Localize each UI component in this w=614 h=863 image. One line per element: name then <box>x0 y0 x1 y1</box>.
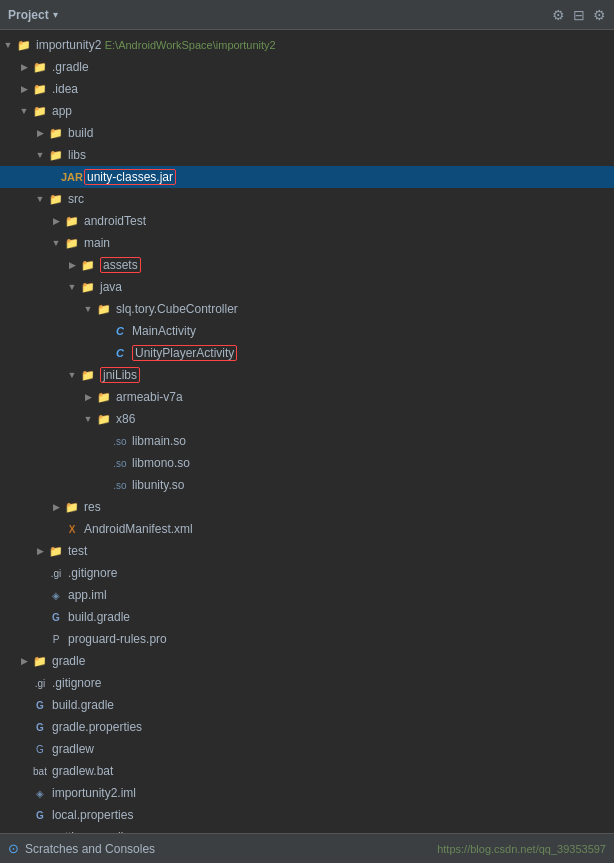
tree-item-libmono-so[interactable]: .solibmono.so <box>0 452 614 474</box>
gear-icon[interactable]: ⚙ <box>593 7 606 23</box>
tree-item-idea-dir[interactable]: 📁.idea <box>0 78 614 100</box>
label-importunity2-iml: importunity2.iml <box>52 786 136 800</box>
arrow-jnilibs-dir <box>64 370 80 380</box>
tree-item-unity-jar[interactable]: JARunity-classes.jar <box>0 166 614 188</box>
tree-item-androidmanifest[interactable]: XAndroidManifest.xml <box>0 518 614 540</box>
collapse-icon[interactable]: ⊟ <box>573 7 585 23</box>
label-build-dir: build <box>68 126 93 140</box>
icon-gradlew: G <box>32 741 48 757</box>
scratches-icon: ⊙ <box>8 841 19 856</box>
label-build-gradle-root: build.gradle <box>52 698 114 712</box>
icon-java-dir: 📁 <box>80 279 96 295</box>
icon-gradle-dir: 📁 <box>32 59 48 75</box>
tree-item-build-gradle-root[interactable]: Gbuild.gradle <box>0 694 614 716</box>
tree-item-proguard[interactable]: Pproguard-rules.pro <box>0 628 614 650</box>
tree-item-root[interactable]: 📁importunity2 E:\AndroidWorkSpace\import… <box>0 34 614 56</box>
toolbar: Project ▾ ⚙ ⊟ ⚙ <box>0 0 614 30</box>
icon-build-gradle-root: G <box>32 697 48 713</box>
label-armeabi-dir: armeabi-v7a <box>116 390 183 404</box>
tree-item-main-activity[interactable]: CMainActivity <box>0 320 614 342</box>
icon-libs-dir: 📁 <box>48 147 64 163</box>
label-proguard: proguard-rules.pro <box>68 632 167 646</box>
tree-item-unity-activity[interactable]: CUnityPlayerActivity <box>0 342 614 364</box>
label-gitignore-app: .gitignore <box>68 566 117 580</box>
tree-item-libmain-so[interactable]: .solibmain.so <box>0 430 614 452</box>
tree-item-settings-gradle[interactable]: Gsettings.gradle <box>0 826 614 833</box>
tree-item-assets-dir[interactable]: 📁assets <box>0 254 614 276</box>
tree-item-build-dir[interactable]: 📁build <box>0 122 614 144</box>
icon-src-dir: 📁 <box>48 191 64 207</box>
arrow-armeabi-dir <box>80 392 96 402</box>
icon-app-iml: ◈ <box>48 587 64 603</box>
arrow-test-dir <box>32 546 48 556</box>
settings-icon[interactable]: ⚙ <box>552 7 565 23</box>
label-main-activity: MainActivity <box>132 324 196 338</box>
toolbar-chevron[interactable]: ▾ <box>53 9 58 20</box>
arrow-slq-dir <box>80 304 96 314</box>
tree-item-gradle-properties[interactable]: Ggradle.properties <box>0 716 614 738</box>
tree-item-gitignore-app[interactable]: .gi.gitignore <box>0 562 614 584</box>
tree-item-build-gradle-app[interactable]: Gbuild.gradle <box>0 606 614 628</box>
label-root: importunity2 E:\AndroidWorkSpace\importu… <box>36 38 276 52</box>
tree-item-gradlew[interactable]: Ggradlew <box>0 738 614 760</box>
label-assets-dir: assets <box>100 257 141 273</box>
tree-item-gradlew-bat[interactable]: batgradlew.bat <box>0 760 614 782</box>
tree-item-res-dir[interactable]: 📁res <box>0 496 614 518</box>
icon-gitignore-app: .gi <box>48 565 64 581</box>
tree-item-app-iml[interactable]: ◈app.iml <box>0 584 614 606</box>
tree-item-main-dir[interactable]: 📁main <box>0 232 614 254</box>
label-libs-dir: libs <box>68 148 86 162</box>
icon-local-properties: G <box>32 807 48 823</box>
tree-item-slq-dir[interactable]: 📁slq.tory.CubeController <box>0 298 614 320</box>
label-test-dir: test <box>68 544 87 558</box>
label-androidtest-dir: androidTest <box>84 214 146 228</box>
arrow-build-dir <box>32 128 48 138</box>
icon-app-dir: 📁 <box>32 103 48 119</box>
label-androidmanifest: AndroidManifest.xml <box>84 522 193 536</box>
arrow-src-dir <box>32 194 48 204</box>
icon-root: 📁 <box>16 37 32 53</box>
tree-item-app-dir[interactable]: 📁app <box>0 100 614 122</box>
tree-item-armeabi-dir[interactable]: 📁armeabi-v7a <box>0 386 614 408</box>
label-gradle-properties: gradle.properties <box>52 720 142 734</box>
icon-build-gradle-app: G <box>48 609 64 625</box>
tree-item-src-dir[interactable]: 📁src <box>0 188 614 210</box>
tree-item-jnilibs-dir[interactable]: 📁jniLibs <box>0 364 614 386</box>
tree-item-test-dir[interactable]: 📁test <box>0 540 614 562</box>
label-gradlew-bat: gradlew.bat <box>52 764 113 778</box>
icon-libmain-so: .so <box>112 433 128 449</box>
statusbar-url: https://blog.csdn.net/qq_39353597 <box>437 843 606 855</box>
arrow-gradle-dir <box>16 62 32 72</box>
project-label: Project <box>8 8 49 22</box>
tree-item-java-dir[interactable]: 📁java <box>0 276 614 298</box>
icon-unity-activity: C <box>112 345 128 361</box>
tree-item-androidtest-dir[interactable]: 📁androidTest <box>0 210 614 232</box>
label-jnilibs-dir: jniLibs <box>100 367 140 383</box>
tree-item-gradle-dir[interactable]: 📁.gradle <box>0 56 614 78</box>
label-res-dir: res <box>84 500 101 514</box>
arrow-root <box>0 40 16 50</box>
icon-libunity-so: .so <box>112 477 128 493</box>
tree-item-libs-dir[interactable]: 📁libs <box>0 144 614 166</box>
label-main-dir: main <box>84 236 110 250</box>
tree-item-gitignore-root[interactable]: .gi.gitignore <box>0 672 614 694</box>
label-app-iml: app.iml <box>68 588 107 602</box>
label-build-gradle-app: build.gradle <box>68 610 130 624</box>
tree-item-importunity2-iml[interactable]: ◈importunity2.iml <box>0 782 614 804</box>
label-gitignore-root: .gitignore <box>52 676 101 690</box>
icon-assets-dir: 📁 <box>80 257 96 273</box>
tree-item-libunity-so[interactable]: .solibunity.so <box>0 474 614 496</box>
label-gradle-dir: .gradle <box>52 60 89 74</box>
icon-gradlew-bat: bat <box>32 763 48 779</box>
icon-libmono-so: .so <box>112 455 128 471</box>
arrow-x86-dir <box>80 414 96 424</box>
tree-item-gradle-root[interactable]: 📁gradle <box>0 650 614 672</box>
icon-proguard: P <box>48 631 64 647</box>
arrow-libs-dir <box>32 150 48 160</box>
label-libmono-so: libmono.so <box>132 456 190 470</box>
tree-item-local-properties[interactable]: Glocal.properties <box>0 804 614 826</box>
tree-item-x86-dir[interactable]: 📁x86 <box>0 408 614 430</box>
label-unity-jar: unity-classes.jar <box>84 169 176 185</box>
arrow-java-dir <box>64 282 80 292</box>
icon-build-dir: 📁 <box>48 125 64 141</box>
